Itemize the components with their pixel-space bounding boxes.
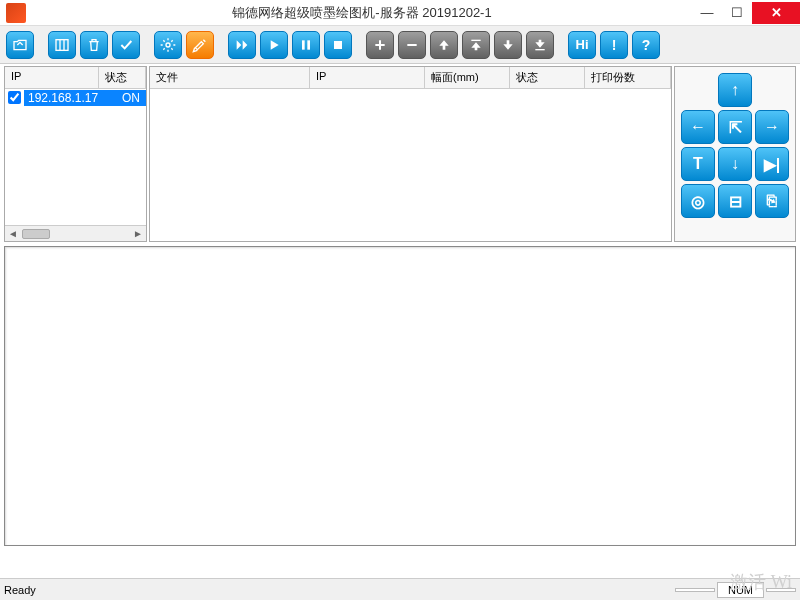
col-status[interactable]: 状态 (99, 67, 146, 88)
delete-button[interactable] (80, 31, 108, 59)
arrow-bottom-button[interactable] (526, 31, 554, 59)
svg-rect-10 (471, 39, 480, 40)
status-cell-3 (766, 588, 796, 592)
arrow-up-button[interactable] (430, 31, 458, 59)
svg-rect-5 (307, 40, 310, 49)
window-title: 锦德网络超级喷墨绘图机-服务器 20191202-1 (32, 4, 692, 22)
nav-right-button[interactable]: → (755, 110, 789, 144)
check-button[interactable] (112, 31, 140, 59)
svg-point-3 (166, 43, 170, 47)
plus-button[interactable] (366, 31, 394, 59)
nav-ruler-button[interactable]: ⊟ (718, 184, 752, 218)
nav-doc-button[interactable]: ⎘ (755, 184, 789, 218)
hi-button[interactable]: Hi (568, 31, 596, 59)
tools-button[interactable] (186, 31, 214, 59)
stop-button[interactable] (324, 31, 352, 59)
status-num: NUM (717, 582, 764, 598)
nav-up-button[interactable]: ↑ (718, 73, 752, 107)
col-ip[interactable]: IP (5, 67, 99, 88)
minus-button[interactable] (398, 31, 426, 59)
app-logo (6, 3, 26, 23)
toolbar: Hi ! ? (0, 26, 800, 64)
col-copies[interactable]: 打印份数 (585, 67, 671, 88)
ip-status: ON (116, 90, 146, 106)
ip-list-header: IP 状态 (5, 67, 146, 89)
titlebar: 锦德网络超级喷墨绘图机-服务器 20191202-1 — ☐ ✕ (0, 0, 800, 26)
status-ready: Ready (4, 584, 673, 596)
scroll-left-icon[interactable]: ◄ (5, 228, 21, 239)
ip-list-pane: IP 状态 192.168.1.17 ON ◄ ► (4, 66, 147, 242)
arrow-down-button[interactable] (494, 31, 522, 59)
col-width[interactable]: 幅面(mm) (425, 67, 510, 88)
ip-scrollbar[interactable]: ◄ ► (5, 225, 146, 241)
settings-button[interactable] (154, 31, 182, 59)
nav-target-button[interactable]: ◎ (681, 184, 715, 218)
play-button[interactable] (260, 31, 288, 59)
ip-value: 192.168.1.17 (24, 90, 116, 106)
maximize-button[interactable]: ☐ (722, 2, 752, 24)
col-file[interactable]: 文件 (150, 67, 310, 88)
nav-t-button[interactable]: T (681, 147, 715, 181)
scroll-thumb[interactable] (22, 229, 50, 239)
svg-rect-4 (302, 40, 305, 49)
job-list-pane: 文件 IP 幅面(mm) 状态 打印份数 (149, 66, 672, 242)
statusbar: Ready NUM (0, 578, 800, 600)
nav-center-button[interactable]: ⇱ (718, 110, 752, 144)
svg-rect-0 (56, 39, 68, 50)
col-status2[interactable]: 状态 (510, 67, 585, 88)
layout-button[interactable] (48, 31, 76, 59)
preview-pane (4, 246, 796, 546)
nav-pane: ↑ ← ⇱ → T ↓ ▶| ◎ ⊟ ⎘ (674, 66, 796, 242)
scroll-right-icon[interactable]: ► (130, 228, 146, 239)
ip-list-body: 192.168.1.17 ON (5, 89, 146, 225)
window-buttons: — ☐ ✕ (692, 2, 800, 24)
nav-down-button[interactable]: ↓ (718, 147, 752, 181)
col-ip2[interactable]: IP (310, 67, 425, 88)
close-button[interactable]: ✕ (752, 2, 800, 24)
status-cell-1 (675, 588, 715, 592)
minimize-button[interactable]: — (692, 2, 722, 24)
ip-checkbox[interactable] (8, 91, 21, 104)
open-button[interactable] (6, 31, 34, 59)
svg-rect-6 (334, 41, 342, 49)
nav-grid: ↑ ← ⇱ → T ↓ ▶| ◎ ⊟ ⎘ (681, 73, 789, 218)
info-button[interactable]: ! (600, 31, 628, 59)
help-button[interactable]: ? (632, 31, 660, 59)
pause-button[interactable] (292, 31, 320, 59)
ip-row[interactable]: 192.168.1.17 ON (5, 89, 146, 106)
middle-row: IP 状态 192.168.1.17 ON ◄ ► 文件 IP 幅面(mm) 状… (0, 64, 800, 244)
nav-left-button[interactable]: ← (681, 110, 715, 144)
nav-next-button[interactable]: ▶| (755, 147, 789, 181)
job-list-header: 文件 IP 幅面(mm) 状态 打印份数 (150, 67, 671, 89)
svg-rect-11 (535, 49, 544, 50)
fastforward-button[interactable] (228, 31, 256, 59)
arrow-top-button[interactable] (462, 31, 490, 59)
